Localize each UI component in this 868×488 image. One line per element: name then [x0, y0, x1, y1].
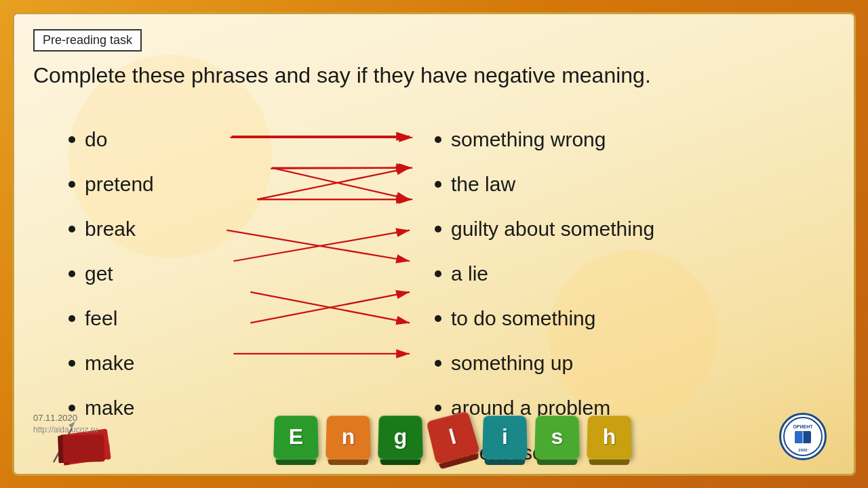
- svg-rect-19: [58, 435, 63, 462]
- bullet: [435, 315, 441, 322]
- cubes-row: E n g l i s h: [126, 415, 779, 459]
- right-phrase-3: guilty about something: [451, 218, 654, 241]
- svg-line-11: [250, 292, 410, 323]
- svg-rect-18: [58, 434, 104, 462]
- url-text: http://aida.ucoz.ru: [33, 425, 98, 434]
- svg-text:2020: 2020: [798, 448, 808, 452]
- date-text: 07.11.2020: [33, 413, 77, 423]
- matching-area: do pretend break get feel: [14, 115, 854, 399]
- cube-s: s: [534, 415, 580, 460]
- svg-rect-23: [795, 431, 803, 443]
- left-phrase-4: get: [85, 262, 113, 285]
- cube-n: n: [326, 415, 371, 460]
- left-phrase-6: make: [85, 352, 134, 375]
- bullet: [435, 360, 441, 367]
- list-item: something up: [435, 352, 654, 375]
- bullet: [68, 315, 75, 322]
- outer-frame: Pre-reading task Complete these phrases …: [0, 0, 868, 488]
- list-item: to do something: [435, 307, 654, 330]
- svg-line-7: [272, 168, 410, 199]
- inner-board: Pre-reading task Complete these phrases …: [12, 12, 856, 476]
- list-item: a lie: [435, 262, 654, 285]
- cube-l: l: [426, 411, 480, 464]
- list-item: pretend: [68, 173, 154, 196]
- svg-line-10: [233, 230, 410, 262]
- list-item: get: [68, 262, 154, 285]
- main-question: Complete these phrases and say if they h…: [33, 62, 835, 90]
- left-phrase-5: feel: [85, 307, 117, 330]
- cube-i: i: [482, 415, 528, 460]
- list-item: break: [68, 218, 154, 241]
- svg-line-12: [250, 292, 410, 323]
- bullet: [68, 360, 75, 367]
- right-phrase-4: a lie: [451, 262, 488, 285]
- bottom-bar: E n g l i s h ОРИЕНТ 2020: [14, 399, 854, 474]
- bullet: [435, 270, 441, 277]
- list-item: guilty about something: [435, 218, 654, 241]
- logo-circle: ОРИЕНТ 2020: [779, 413, 827, 460]
- bullet: [68, 270, 75, 277]
- list-item: the law: [435, 173, 654, 196]
- pre-reading-tag: Pre-reading task: [33, 29, 142, 52]
- bullet: [68, 226, 75, 232]
- right-phrase-6: something up: [451, 352, 573, 375]
- cube-E: E: [273, 415, 319, 460]
- list-item: feel: [68, 307, 154, 330]
- bullet: [435, 181, 441, 188]
- right-phrase-5: to do something: [451, 307, 595, 330]
- left-phrase-1: do: [85, 128, 107, 151]
- svg-line-8: [257, 168, 410, 199]
- right-phrase-2: the law: [451, 173, 515, 196]
- svg-text:ОРИЕНТ: ОРИЕНТ: [793, 424, 813, 429]
- svg-line-2: [271, 168, 412, 169]
- list-item: make: [68, 352, 154, 375]
- list-item: something wrong: [435, 128, 654, 151]
- bullet: [68, 181, 75, 188]
- svg-line-9: [226, 230, 410, 262]
- list-item: do: [68, 128, 154, 151]
- cube-g: g: [378, 415, 423, 460]
- cube-h: h: [587, 415, 632, 460]
- right-phrase-1: something wrong: [451, 128, 606, 151]
- left-phrase-2: pretend: [85, 173, 154, 196]
- left-phrase-3: break: [85, 218, 136, 241]
- bullet: [435, 136, 441, 143]
- bullet: [435, 226, 441, 232]
- bullet: [68, 136, 75, 143]
